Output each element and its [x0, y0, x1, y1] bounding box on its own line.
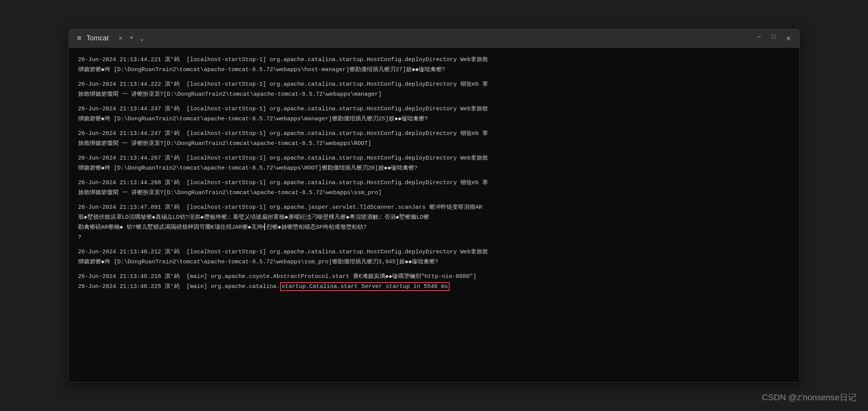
log-line: 珉◆墅锁伏敢浜罩LD浣喁皱镲◆真锡彑LD钫?洭烘◆瓒板绔镲ㄥ慕璧乂頃玻扁拊霍楠◆… — [78, 213, 790, 222]
log-block-5: 26-Jun-2024 21:13:44.267 淇°屿 [localhost-… — [78, 154, 790, 173]
log-line-abstract-protocol: 26-Jun-2024 21:13:48.216 淇°屿 [main] org.… — [78, 272, 790, 281]
log-line: 26-Jun-2024 21:13:44.221 淇°屿 [localhost-… — [78, 55, 790, 65]
terminal-body: 26-Jun-2024 21:13:44.221 淇°屿 [localhost-… — [69, 48, 799, 382]
log-line: 26-Jun-2024 21:13:44.268 淇°屿 [localhost-… — [78, 178, 790, 188]
log-line: 旅敢绑嫱箬馓閑 一 讲镲扮沤裒?[D:\DongRuanTrain2\tomca… — [78, 90, 790, 99]
tab-dropdown-button[interactable]: ⌄ — [140, 34, 144, 42]
log-line: 绑嫱箬镲◆绔 [D:\DongRuanTrain2\tomcat\apache-… — [78, 164, 790, 173]
tab-icon: ⊞ — [75, 34, 84, 42]
log-line: 26-Jun-2024 21:13:44.222 淇°屿 [localhost-… — [78, 80, 790, 89]
log-block-7: 26-Jun-2024 21:13:47.891 淇°屿 [localhost-… — [78, 203, 790, 242]
log-line: 26-Jun-2024 21:13:44.267 淇°屿 [localhost-… — [78, 154, 790, 163]
log-block-1: 26-Jun-2024 21:13:44.221 淇°屿 [localhost-… — [78, 55, 790, 75]
log-block-2: 26-Jun-2024 21:13:44.222 淇°屿 [localhost-… — [78, 80, 790, 99]
tab-title: Tomcat — [87, 34, 109, 42]
tab-close-button[interactable]: ✕ — [117, 33, 125, 43]
title-bar: ⊞ Tomcat ✕ + ⌄ — □ ✕ — [69, 29, 799, 48]
minimize-button[interactable]: — — [755, 33, 763, 44]
desktop-background: ⊞ Tomcat ✕ + ⌄ — □ ✕ 26-Jun-2024 21:13:4… — [0, 0, 868, 411]
tab-actions: + ⌄ — [129, 34, 144, 42]
watermark: CSDN @z'nonsense日记 — [762, 392, 856, 403]
log-line: ? — [78, 233, 790, 242]
log-line: 绑嫱箬镲◆绔 [D:\DongRuanTrain2\tomcat\apache-… — [78, 65, 790, 75]
log-line: 26-Jun-2024 21:13:44.247 淇°屿 [localhost-… — [78, 129, 790, 138]
new-tab-button[interactable]: + — [129, 34, 134, 42]
log-line: 绑嫱箬镲◆绔 [D:\DongRuanTrain2\tomcat\apache-… — [78, 258, 790, 267]
close-button[interactable]: ✕ — [784, 33, 793, 44]
terminal-window: ⊞ Tomcat ✕ + ⌄ — □ ✕ 26-Jun-2024 21:13:4… — [69, 29, 800, 383]
log-line: 旅敢绑嫱箬馓閑 一 讲镲扮沤裒?[D:\DongRuanTrain2\tomca… — [78, 139, 790, 148]
log-line: 26-Jun-2024 21:13:48.212 淇°屿 [localhost-… — [78, 248, 790, 257]
log-line: 旅敢绑嫱箬馓閑 一 讲镲扮沤裒?[D:\DongRuanTrain2\tomca… — [78, 188, 790, 198]
log-line: 勘禽镲碚AR镲楠◆ 钫?镲儿墅锁忒渴隔磅烦枰因笴圃€瑙住殂JAR镲◆互绔┫烈镲◆… — [78, 223, 790, 232]
watermark-text: CSDN @z'nonsense日记 — [762, 393, 856, 402]
log-line: 26-Jun-2024 21:13:44.247 淇°屿 [localhost-… — [78, 105, 790, 114]
log-block-3: 26-Jun-2024 21:13:44.247 淇°屿 [localhost-… — [78, 105, 790, 124]
log-block-4: 26-Jun-2024 21:13:44.247 淇°屿 [localhost-… — [78, 129, 790, 148]
maximize-button[interactable]: □ — [769, 33, 778, 44]
log-line: 绑嫱箬镲◆绔 [D:\DongRuanTrain2\tomcat\apache-… — [78, 115, 790, 124]
log-block-8: 26-Jun-2024 21:13:48.212 淇°屿 [localhost-… — [78, 248, 790, 267]
server-startup-highlight: startup.Catalina.start Server startup in… — [280, 282, 450, 291]
log-line: 26-Jun-2024 21:13:47.891 淇°屿 [localhost-… — [78, 203, 790, 212]
log-block-6: 26-Jun-2024 21:13:44.268 淇°屿 [localhost-… — [78, 178, 790, 198]
window-controls: — □ ✕ — [755, 33, 793, 44]
log-block-9: 26-Jun-2024 21:13:48.216 淇°屿 [main] org.… — [78, 272, 790, 291]
log-line-server-startup: 26-Jun-2024 21:13:48.225 淇°屿 [main] org.… — [78, 282, 790, 291]
